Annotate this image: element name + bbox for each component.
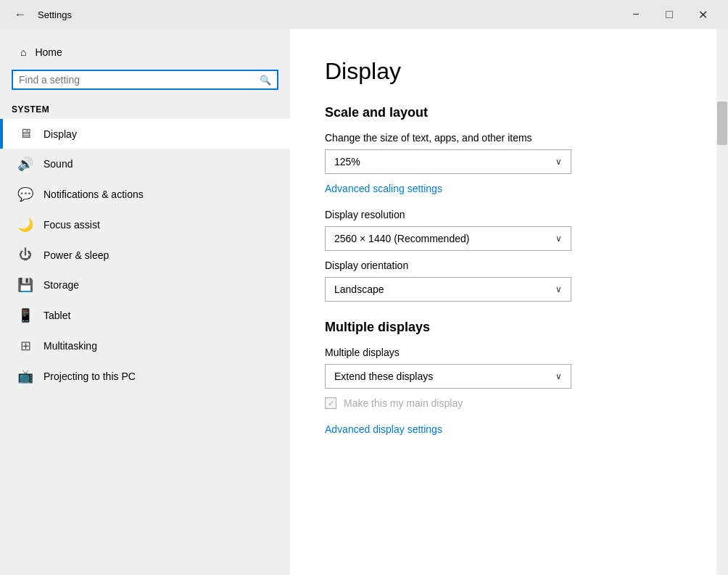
home-button[interactable]: ⌂ Home (12, 41, 278, 64)
back-button[interactable]: ← (9, 5, 32, 24)
search-input[interactable] (19, 74, 255, 86)
power-icon: ⏻ (17, 247, 33, 262)
sidebar-item-focus[interactable]: 🌙 Focus assist (0, 210, 290, 240)
back-icon: ← (15, 8, 26, 20)
tablet-icon: 📱 (17, 307, 33, 323)
sidebar-item-display[interactable]: 🖥 Display (0, 119, 290, 149)
notifications-icon: 💬 (17, 186, 33, 202)
close-button[interactable]: ✕ (686, 0, 719, 29)
storage-icon: 💾 (17, 277, 33, 293)
sidebar-section-label: System (0, 96, 290, 119)
sidebar-item-label: Power & sleep (44, 249, 109, 261)
sidebar: ⌂ Home 🔍 System 🖥 Display 🔊 Sound 💬 Noti… (0, 29, 290, 575)
resolution-label: Display resolution (325, 209, 682, 220)
advanced-scaling-link[interactable]: Advanced scaling settings (325, 183, 442, 194)
multiple-displays-dropdown[interactable]: Extend these displays ∨ (325, 364, 571, 389)
sidebar-item-label: Tablet (44, 310, 70, 321)
sidebar-item-label: Multitasking (44, 340, 97, 352)
chevron-down-icon: ∨ (555, 233, 562, 244)
main-display-checkbox[interactable]: ✓ (325, 397, 336, 409)
resolution-dropdown[interactable]: 2560 × 1440 (Recommended) ∨ (325, 226, 571, 251)
search-icon: 🔍 (260, 75, 271, 86)
multiple-displays-section-title: Multiple displays (325, 320, 682, 335)
home-icon: ⌂ (20, 46, 26, 58)
sidebar-item-multitasking[interactable]: ⊞ Multitasking (0, 331, 290, 361)
sidebar-item-projecting[interactable]: 📺 Projecting to this PC (0, 361, 290, 392)
resolution-value: 2560 × 1440 (Recommended) (334, 233, 469, 244)
home-label: Home (35, 46, 62, 58)
focus-icon: 🌙 (17, 217, 33, 233)
chevron-down-icon: ∨ (555, 284, 562, 294)
sidebar-top: ⌂ Home 🔍 (0, 29, 290, 96)
multiple-displays-label: Multiple displays (325, 347, 682, 358)
sidebar-item-label: Sound (44, 158, 73, 170)
sidebar-item-label: Projecting to this PC (44, 371, 136, 382)
scale-section-title: Scale and layout (325, 105, 682, 120)
multitasking-icon: ⊞ (17, 338, 33, 354)
sidebar-item-tablet[interactable]: 📱 Tablet (0, 300, 290, 331)
titlebar: ← Settings − □ ✕ (0, 0, 728, 29)
chevron-down-icon: ∨ (555, 157, 562, 167)
sidebar-item-power[interactable]: ⏻ Power & sleep (0, 240, 290, 270)
scale-label: Change the size of text, apps, and other… (325, 132, 682, 144)
display-icon: 🖥 (17, 126, 33, 141)
multiple-displays-value: Extend these displays (334, 371, 433, 382)
scale-value: 125% (334, 156, 360, 167)
sidebar-item-notifications[interactable]: 💬 Notifications & actions (0, 179, 290, 210)
sidebar-item-label: Storage (44, 279, 79, 291)
titlebar-title: Settings (38, 9, 619, 20)
scale-dropdown[interactable]: 125% ∨ (325, 149, 571, 174)
main-layout: ⌂ Home 🔍 System 🖥 Display 🔊 Sound 💬 Noti… (0, 29, 728, 575)
sidebar-item-label: Display (44, 128, 77, 140)
sidebar-item-label: Notifications & actions (44, 189, 144, 200)
orientation-dropdown[interactable]: Landscape ∨ (325, 277, 571, 302)
window-controls: − □ ✕ (619, 0, 719, 29)
sidebar-item-label: Focus assist (44, 219, 100, 231)
scrollbar-thumb[interactable] (717, 102, 727, 145)
page-title: Display (325, 58, 682, 85)
maximize-button[interactable]: □ (653, 0, 686, 29)
minimize-button[interactable]: − (619, 0, 653, 29)
scrollbar-track[interactable] (716, 29, 728, 575)
sound-icon: 🔊 (17, 156, 33, 172)
orientation-label: Display orientation (325, 260, 682, 271)
content-area: Display Scale and layout Change the size… (290, 29, 716, 575)
divider (325, 310, 682, 311)
main-display-row: ✓ Make this my main display (325, 397, 682, 409)
projecting-icon: 📺 (17, 368, 33, 384)
chevron-down-icon: ∨ (555, 371, 562, 381)
sidebar-item-sound[interactable]: 🔊 Sound (0, 149, 290, 179)
nav-items: 🖥 Display 🔊 Sound 💬 Notifications & acti… (0, 119, 290, 392)
orientation-value: Landscape (334, 284, 384, 295)
sidebar-item-storage[interactable]: 💾 Storage (0, 270, 290, 300)
main-display-label: Make this my main display (344, 397, 463, 409)
advanced-display-link[interactable]: Advanced display settings (325, 423, 442, 435)
checkbox-checkmark: ✓ (328, 399, 334, 408)
search-box: 🔍 (12, 70, 278, 90)
